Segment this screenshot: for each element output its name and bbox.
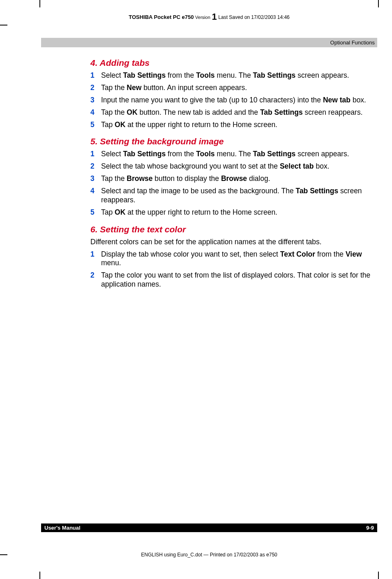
bold-term: OK xyxy=(127,108,137,116)
crop-mark xyxy=(39,572,40,579)
step-text: Tap OK at the upper right to return to t… xyxy=(101,208,373,217)
step-text: Tap the Browse button to display the Bro… xyxy=(101,174,373,183)
page-container: TOSHIBA Pocket PC e750 Version 1 Last Sa… xyxy=(41,9,377,570)
crop-mark xyxy=(39,0,40,7)
product-name: TOSHIBA Pocket PC e750 xyxy=(129,14,194,20)
print-info: ENGLISH using Euro_C.dot — Printed on 17… xyxy=(41,552,377,558)
bold-term: OK xyxy=(115,208,125,216)
bold-term: New xyxy=(127,83,141,92)
bold-term: Tab Settings xyxy=(253,150,296,158)
list-item: 3Input the name you want to give the tab… xyxy=(90,96,373,105)
list-item: 5Tap OK at the upper right to return to … xyxy=(90,208,373,217)
crop-mark xyxy=(0,554,7,555)
list-item: 2Select the tab whose background you wan… xyxy=(90,162,373,171)
list-item: 2Tap the color you want to set from the … xyxy=(90,271,373,289)
step-text: Select and tap the image to be used as t… xyxy=(101,187,373,205)
footer-bar: User's Manual 9-9 xyxy=(41,523,377,532)
step-text: Tap the color you want to set from the l… xyxy=(101,271,373,289)
section-title: 6. Setting the text color xyxy=(90,225,373,234)
list-item: 2Tap the New button. An input screen app… xyxy=(90,83,373,93)
list-item: 1Select Tab Settings from the Tools menu… xyxy=(90,150,373,159)
step-number: 1 xyxy=(90,150,101,159)
bold-term: Tab Settings xyxy=(123,150,166,158)
bold-term: OK xyxy=(115,120,125,129)
step-number: 5 xyxy=(90,120,101,130)
section-title: 4. Adding tabs xyxy=(90,58,373,68)
footer-left: User's Manual xyxy=(44,525,81,531)
list-item: 4Select and tap the image to be used as … xyxy=(90,187,373,205)
bold-term: Tab Settings xyxy=(253,71,296,79)
step-list: 1Display the tab whose color you want to… xyxy=(90,250,373,290)
step-text: Display the tab whose color you want to … xyxy=(101,250,373,268)
step-text: Select the tab whose background you want… xyxy=(101,162,373,171)
step-number: 4 xyxy=(90,108,101,117)
step-number: 3 xyxy=(90,96,101,105)
step-text: Tap the OK button. The new tab is added … xyxy=(101,108,373,117)
bold-term: Browse xyxy=(221,174,247,183)
list-item: 5Tap OK at the upper right to return to … xyxy=(90,120,373,130)
step-text: Select Tab Settings from the Tools menu.… xyxy=(101,71,373,80)
section-intro: Different colors can be set for the appl… xyxy=(90,238,373,247)
step-text: Tap the New button. An input screen appe… xyxy=(101,83,373,93)
version-number: 1 xyxy=(212,12,217,22)
bold-term: Text Color xyxy=(280,250,315,258)
step-number: 2 xyxy=(90,83,101,93)
bold-term: Tools xyxy=(196,71,214,79)
bold-term: View xyxy=(346,250,362,258)
bold-term: Select tab xyxy=(280,162,314,170)
bold-term: Tab Settings xyxy=(123,71,166,79)
step-text: Select Tab Settings from the Tools menu.… xyxy=(101,150,373,159)
step-number: 3 xyxy=(90,174,101,183)
section-title: 5. Setting the background image xyxy=(90,137,373,146)
step-text: Input the name you want to give the tab … xyxy=(101,96,373,105)
list-item: 1Select Tab Settings from the Tools menu… xyxy=(90,71,373,80)
step-number: 1 xyxy=(90,71,101,80)
list-item: 1Display the tab whose color you want to… xyxy=(90,250,373,268)
body-content: 4. Adding tabs1Select Tab Settings from … xyxy=(41,58,377,289)
step-list: 1Select Tab Settings from the Tools menu… xyxy=(90,150,373,217)
step-number: 5 xyxy=(90,208,101,217)
running-header: TOSHIBA Pocket PC e750 Version 1 Last Sa… xyxy=(41,11,377,21)
footer-right: 9-9 xyxy=(366,525,374,531)
bold-term: Browse xyxy=(127,174,152,183)
bold-term: Tab Settings xyxy=(260,108,303,116)
step-number: 2 xyxy=(90,162,101,171)
version-label: Version xyxy=(195,15,210,20)
crop-mark xyxy=(378,0,379,7)
step-text: Tap OK at the upper right to return to t… xyxy=(101,120,373,130)
bold-term: New tab xyxy=(323,96,350,104)
list-item: 3Tap the Browse button to display the Br… xyxy=(90,174,373,183)
step-number: 1 xyxy=(90,250,101,268)
bold-term: Tools xyxy=(196,150,214,158)
bold-term: Tab Settings xyxy=(295,187,338,195)
crop-mark xyxy=(0,25,7,25)
crop-mark xyxy=(378,572,379,579)
list-item: 4Tap the OK button. The new tab is added… xyxy=(90,108,373,117)
last-saved: Last Saved on 17/02/2003 14:46 xyxy=(218,14,289,20)
chapter-title: Optional Functions xyxy=(330,39,375,46)
step-number: 2 xyxy=(90,271,101,289)
step-number: 4 xyxy=(90,187,101,205)
step-list: 1Select Tab Settings from the Tools menu… xyxy=(90,71,373,129)
chapter-bar: Optional Functions xyxy=(41,38,377,47)
